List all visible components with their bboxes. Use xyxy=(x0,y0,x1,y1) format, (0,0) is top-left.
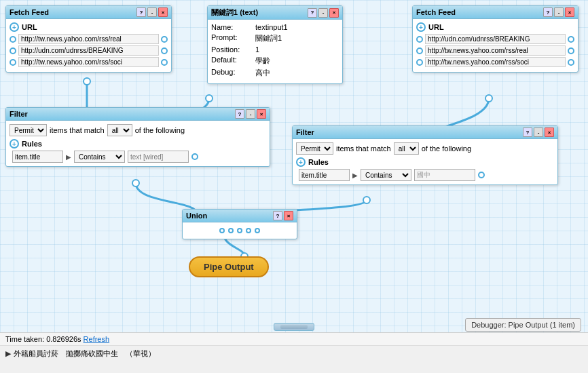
keyword-name-value: textinput1 xyxy=(255,23,288,31)
filter-2-end-connector xyxy=(478,172,485,178)
union-input-1 xyxy=(219,228,225,233)
filter-2-window: Filter ? - × Permit items that match all… xyxy=(292,125,558,185)
filter-2-value-input[interactable] xyxy=(414,169,475,181)
filter-1-help-btn[interactable]: ? xyxy=(235,109,244,119)
url-row-3: http://tw.news.yahoo.com/rss/soci xyxy=(10,57,168,67)
svg-point-6 xyxy=(485,95,492,102)
url-row-6: http://tw.news.yahoo.com/rss/soci xyxy=(416,57,574,67)
filter-2-help-btn[interactable]: ? xyxy=(523,127,532,137)
keyword-window: 關鍵詞1 (text) ? - × Name: textinput1 Promp… xyxy=(207,5,343,84)
fetch-feed-1-title-label: Fetch Feed xyxy=(10,8,49,16)
status-top: Time taken: 0.826926s Refresh xyxy=(0,333,588,346)
filter-2-permit-select[interactable]: Permit xyxy=(296,142,333,155)
url-text-2: http://udn.com/udnrss/BREAKING xyxy=(18,45,159,56)
filter-1-min-btn[interactable]: - xyxy=(246,109,255,119)
result-text: 外籍船員討菸 拋擲痛砍國中生 （華視） xyxy=(14,349,155,359)
fetch-feed-2-url-label: + URL xyxy=(416,22,574,32)
keyword-prompt-label: Prompt: xyxy=(211,33,252,43)
filter-1-title-label: Filter xyxy=(10,110,28,118)
filter-2-all-select[interactable]: all xyxy=(394,142,419,155)
keyword-position-value: 1 xyxy=(255,45,259,54)
status-result: ▶ 外籍船員討菸 拋擲痛砍國中生 （華視） xyxy=(0,346,588,361)
filter-1-title[interactable]: Filter ? - × xyxy=(6,108,270,121)
filter-1-arrow: ▶ xyxy=(66,153,71,161)
fetch-feed-2-add-btn[interactable]: + xyxy=(416,22,426,32)
url-text-6: http://tw.news.yahoo.com/rss/soci xyxy=(425,57,566,67)
filter-1-op-select[interactable]: Contains xyxy=(74,151,125,163)
filter-1-field-input[interactable] xyxy=(12,151,63,163)
union-input-4 xyxy=(246,228,251,233)
url-right-connector-6 xyxy=(568,59,574,66)
filter-2-op-select[interactable]: Contains xyxy=(361,169,411,181)
keyword-title-label: 關鍵詞1 (text) xyxy=(211,7,258,18)
filter-2-items-label: items that match xyxy=(336,144,391,153)
refresh-link[interactable]: Refresh xyxy=(84,335,110,343)
filter-1-add-rule-btn[interactable]: + xyxy=(10,139,19,149)
fetch-feed-1-title[interactable]: Fetch Feed ? - × xyxy=(6,6,171,19)
fetch-feed-1-min-btn[interactable]: - xyxy=(147,7,157,17)
url-row-5: http://tw.news.yahoo.com/rss/real xyxy=(416,45,574,56)
filter-2-field-input[interactable] xyxy=(299,169,350,181)
keyword-title[interactable]: 關鍵詞1 (text) ? - × xyxy=(208,6,342,20)
url-row-1: http://tw.news.yahoo.com/rss/real xyxy=(10,34,168,44)
fetch-feed-1-close-btn[interactable]: × xyxy=(158,7,168,17)
url-right-connector-5 xyxy=(568,47,574,54)
url-right-connector-1 xyxy=(161,36,168,43)
fetch-feed-2-min-btn[interactable]: - xyxy=(554,7,564,17)
filter-1-items-label: items that match xyxy=(50,126,105,134)
url-text-1: http://tw.news.yahoo.com/rss/real xyxy=(18,34,159,44)
fetch-feed-1-add-btn[interactable]: + xyxy=(10,22,19,32)
url-text-5: http://tw.news.yahoo.com/rss/real xyxy=(425,45,566,56)
filter-1-end-connector xyxy=(191,153,198,160)
union-close-btn[interactable]: × xyxy=(284,211,293,220)
url-row-4: http://udn.com/udnrss/BREAKING xyxy=(416,34,574,44)
url-connector-6 xyxy=(416,59,423,66)
time-taken-label: Time taken: xyxy=(5,335,44,343)
union-title-label: Union xyxy=(186,212,207,220)
fetch-feed-2-title[interactable]: Fetch Feed ? - × xyxy=(413,6,578,19)
fetch-feed-2-help-btn[interactable]: ? xyxy=(543,7,553,17)
keyword-position-row: Position: 1 xyxy=(211,45,339,54)
filter-2-min-btn[interactable]: - xyxy=(534,127,543,137)
keyword-debug-value: 高中 xyxy=(255,68,270,78)
filter-1-permit-select[interactable]: Permit xyxy=(10,124,47,136)
filter-2-add-rule-btn[interactable]: + xyxy=(296,157,306,167)
union-title[interactable]: Union ? × xyxy=(183,210,297,222)
keyword-default-row: Default: 學齡 xyxy=(211,56,339,66)
svg-point-4 xyxy=(363,197,370,203)
bottom-handle[interactable] xyxy=(274,323,314,331)
filter-2-close-btn[interactable]: × xyxy=(545,127,554,137)
keyword-name-row: Name: textinput1 xyxy=(211,23,339,31)
url-right-connector-3 xyxy=(161,59,168,66)
filter-1-value-input[interactable] xyxy=(128,151,189,163)
result-arrow-icon: ▶ xyxy=(5,349,11,358)
keyword-close-btn[interactable]: × xyxy=(329,8,339,18)
url-right-connector-4 xyxy=(568,36,574,43)
filter-1-close-btn[interactable]: × xyxy=(257,109,266,119)
keyword-debug-row: Debug: 高中 xyxy=(211,68,339,78)
keyword-position-label: Position: xyxy=(211,45,252,54)
keyword-min-btn[interactable]: - xyxy=(318,8,328,18)
filter-1-top-row: Permit items that match all of the follo… xyxy=(10,124,266,136)
filter-2-title-label: Filter xyxy=(296,128,314,136)
url-right-connector-2 xyxy=(161,47,168,54)
debugger-bar: Debugger: Pipe Output (1 item) xyxy=(465,318,581,332)
time-taken-value: 0.826926s xyxy=(46,335,81,343)
filter-2-rules-label: + Rules xyxy=(296,157,554,167)
keyword-help-btn[interactable]: ? xyxy=(308,8,317,18)
filter-1-of-following: of the following xyxy=(135,126,185,134)
filter-1-window: Filter ? - × Permit items that match all… xyxy=(5,107,270,167)
filter-2-arrow: ▶ xyxy=(352,172,358,179)
url-text-4: http://udn.com/udnrss/BREAKING xyxy=(425,34,566,44)
fetch-feed-1-help-btn[interactable]: ? xyxy=(136,7,146,17)
filter-1-all-select[interactable]: all xyxy=(107,124,132,136)
debugger-label: Debugger: Pipe Output (1 item) xyxy=(471,321,575,329)
url-text-3: http://tw.news.yahoo.com/rss/soci xyxy=(18,57,159,67)
keyword-default-label: Default: xyxy=(211,56,252,66)
union-help-btn[interactable]: ? xyxy=(273,211,282,220)
svg-point-3 xyxy=(206,95,213,102)
fetch-feed-2-close-btn[interactable]: × xyxy=(565,7,574,17)
url-connector-2 xyxy=(10,47,16,54)
pipe-output-button[interactable]: Pipe Output xyxy=(189,256,269,277)
filter-2-title[interactable]: Filter ? - × xyxy=(293,126,557,139)
